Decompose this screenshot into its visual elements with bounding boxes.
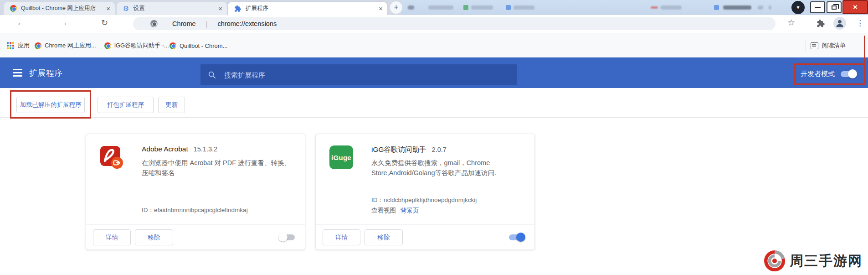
- load-unpacked-annotation-box: [10, 90, 91, 119]
- spiral-logo-icon: [764, 250, 785, 271]
- extension-id: ID：ncldcbhpeplkfijdhnoepdgdnmjkckij: [371, 196, 477, 204]
- bookmark-star-icon[interactable]: ☆: [787, 17, 795, 28]
- page-url: chrome://extensions: [217, 20, 277, 27]
- bookmark-label: Quillbot - Chrom...: [180, 42, 227, 49]
- adobe-acrobat-icon: [100, 145, 123, 169]
- minimize-button[interactable]: [810, 1, 825, 13]
- apps-label: 应用: [18, 42, 30, 50]
- new-tab-button[interactable]: +: [390, 1, 402, 14]
- ghost-tab-blob: [661, 5, 682, 10]
- toggle-knob: [516, 233, 525, 242]
- bookmarks-bar: 应用 Chrome 网上应用... iGG谷歌访问助手 -... Quillbo…: [0, 33, 868, 57]
- card-footer: 详情 移除: [316, 224, 534, 249]
- chrome-favicon: [104, 42, 111, 49]
- extensions-search-box[interactable]: [200, 64, 517, 85]
- minimize-icon: [815, 7, 821, 8]
- apps-shortcut[interactable]: 应用: [7, 33, 30, 58]
- ghost-favicon: [714, 5, 719, 10]
- extension-name: Adobe Acrobat: [142, 145, 188, 153]
- reading-list-label: 阅读清单: [822, 42, 846, 50]
- toggle-knob: [278, 233, 288, 242]
- ghost-tab-blob: [758, 5, 763, 10]
- tab-title: 扩展程序: [246, 5, 375, 12]
- tab-close-icon[interactable]: ×: [106, 5, 110, 12]
- tab-title: 设置: [133, 5, 215, 12]
- extensions-puzzle-icon[interactable]: [817, 19, 825, 28]
- tab-close-icon[interactable]: ×: [218, 5, 222, 12]
- update-button[interactable]: 更新: [158, 97, 185, 113]
- details-button[interactable]: 详情: [323, 229, 360, 245]
- extension-card-adobe-acrobat: Adobe Acrobat15.1.3.2 在浏览器中使用 Acrobat 对 …: [86, 134, 305, 250]
- browser-window: Quillbot - Chrome 网上应用店 × ⚙ 设置 × 扩展程序 × …: [0, 0, 868, 275]
- iguge-icon: iGuge: [329, 145, 353, 169]
- card-footer: 详情 移除: [86, 224, 305, 249]
- forward-button[interactable]: →: [59, 18, 68, 28]
- search-icon: [208, 71, 216, 79]
- extensions-actions-row: 加载已解压的扩展程序 打包扩展程序 更新: [0, 88, 868, 118]
- tab-extensions-active[interactable]: 扩展程序 ×: [228, 2, 387, 15]
- bookmark-item[interactable]: iGG谷歌访问助手 -...: [104, 33, 169, 58]
- bookmark-item[interactable]: Chrome 网上应用...: [35, 33, 96, 58]
- tab-title: Quillbot - Chrome 网上应用店: [21, 5, 103, 12]
- browser-menu-icon[interactable]: ⋮: [856, 18, 864, 28]
- extension-enable-toggle-on[interactable]: [509, 234, 524, 240]
- tab-strip: Quillbot - Chrome 网上应用店 × ⚙ 设置 × 扩展程序 × …: [0, 0, 868, 15]
- extension-enable-toggle-off[interactable]: [279, 234, 295, 240]
- address-divider: |: [206, 20, 208, 28]
- page-title: 扩展程序: [29, 67, 63, 78]
- reading-list-button[interactable]: 阅读清单: [811, 33, 846, 58]
- extensions-header: 扩展程序 开发者模式: [0, 57, 868, 88]
- address-text: Chrome | chrome://extensions: [172, 20, 277, 28]
- bookmark-label: Chrome 网上应用...: [45, 42, 96, 50]
- apps-grid-icon: [7, 42, 14, 49]
- site-info-icon[interactable]: [150, 20, 158, 27]
- extension-description: 永久免费提供谷歌搜索，gmail，Chrome Store,Android/Go…: [371, 158, 526, 178]
- remove-button[interactable]: 移除: [365, 229, 403, 245]
- bookmarks-divider: [806, 40, 806, 52]
- extensions-list: Adobe Acrobat15.1.3.2 在浏览器中使用 Acrobat 对 …: [0, 118, 868, 275]
- ghost-tab-blob: [769, 5, 771, 10]
- window-menu-caret-icon[interactable]: ▾: [791, 1, 805, 14]
- tab-close-icon[interactable]: ×: [379, 5, 383, 12]
- ghost-favicon: [506, 5, 511, 10]
- ghost-tab-blob: [651, 6, 658, 9]
- developer-mode-label: 开发者模式: [801, 70, 835, 78]
- address-bar[interactable]: Chrome | chrome://extensions: [133, 17, 776, 30]
- developer-mode-annotation-box: 开发者模式: [794, 63, 865, 85]
- extension-name: iGG谷歌访问助手: [371, 145, 426, 153]
- tab-settings[interactable]: ⚙ 设置 ×: [117, 2, 227, 15]
- extension-description: 在浏览器中使用 Acrobat 对 PDF 进行查看、转换、压缩和签名: [142, 158, 297, 178]
- chrome-favicon: [10, 5, 17, 12]
- pack-extension-button[interactable]: 打包扩展程序: [98, 97, 154, 113]
- remove-button[interactable]: 移除: [135, 229, 173, 245]
- site-watermark: 周三手游网: [764, 250, 863, 271]
- background-page-link[interactable]: 背景页: [401, 207, 419, 214]
- extension-id: ID：efaidnbmnnnibpcajpcglclefindmkaj: [142, 206, 248, 214]
- ghost-tab-blob: [723, 5, 751, 10]
- extension-version: 2.0.7: [432, 146, 447, 153]
- close-window-button[interactable]: ×: [842, 0, 868, 14]
- restore-button[interactable]: [827, 1, 842, 13]
- puzzle-icon: [234, 5, 241, 12]
- chrome-favicon: [169, 42, 176, 49]
- annotation-red-line: [864, 36, 865, 63]
- gear-icon: ⚙: [123, 5, 129, 12]
- ghost-tab-blob: [428, 5, 453, 10]
- extension-version: 15.1.3.2: [194, 145, 217, 153]
- site-label: Chrome: [172, 20, 196, 27]
- hamburger-menu-icon[interactable]: [13, 69, 22, 78]
- toggle-knob: [848, 69, 857, 78]
- tab-quillbot[interactable]: Quillbot - Chrome 网上应用店 ×: [4, 2, 115, 15]
- bookmark-item[interactable]: Quillbot - Chrom...: [169, 33, 227, 58]
- details-button[interactable]: 详情: [93, 229, 131, 245]
- watermark-text: 周三手游网: [790, 252, 863, 270]
- reload-button[interactable]: ↻: [101, 18, 108, 28]
- ghost-favicon: [463, 5, 468, 10]
- back-button[interactable]: ←: [16, 18, 25, 28]
- reading-list-icon: [811, 42, 818, 49]
- profile-avatar[interactable]: [833, 17, 846, 30]
- search-input[interactable]: [223, 71, 406, 79]
- ghost-tab-blob: [471, 5, 493, 10]
- restore-icon: [832, 5, 837, 10]
- developer-mode-toggle[interactable]: [841, 71, 856, 77]
